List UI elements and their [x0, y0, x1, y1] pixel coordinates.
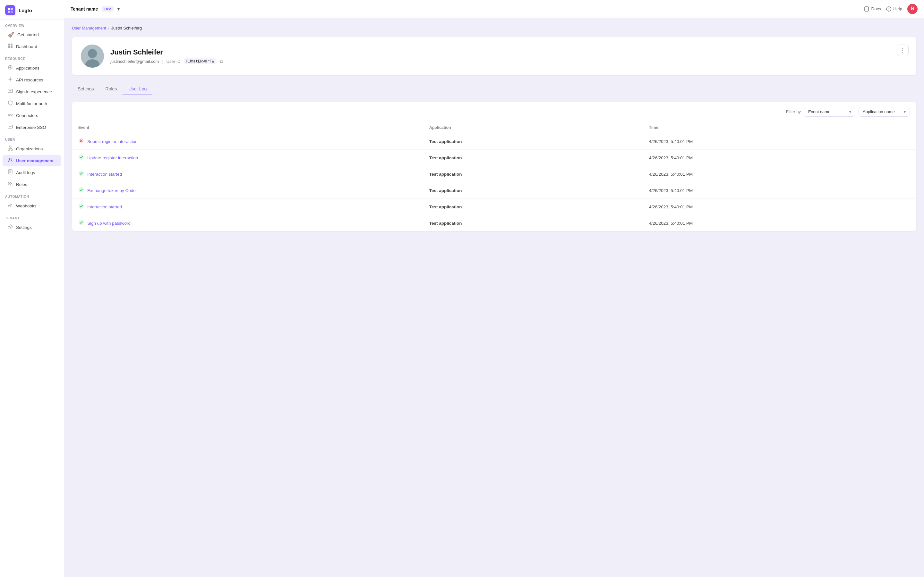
table-row: Update register interactionTest applicat…: [72, 150, 916, 166]
app-filter-chevron: ▾: [904, 110, 906, 114]
svg-rect-0: [8, 8, 10, 10]
time-cell: 4/26/2023, 5:40:01 PM: [643, 215, 916, 231]
event-link[interactable]: Update register interaction: [87, 155, 138, 160]
event-cell: Update register interaction: [72, 150, 423, 166]
svg-rect-5: [11, 44, 13, 45]
organizations-icon: [8, 145, 13, 152]
application-name-filter[interactable]: Application name ▾: [859, 107, 910, 117]
svg-point-31: [79, 187, 84, 192]
tenant-dropdown-btn[interactable]: ▾: [118, 6, 120, 11]
applications-icon: [8, 65, 13, 71]
help-button[interactable]: Help: [886, 6, 902, 11]
svg-point-26: [88, 49, 97, 58]
svg-point-19: [9, 182, 10, 184]
tenant-name: Tenant name: [71, 6, 98, 11]
svg-point-21: [10, 226, 11, 227]
page-content: User Management / Justin Schleiferg Just…: [64, 18, 924, 577]
sidebar-item-applications[interactable]: Applications: [3, 62, 61, 74]
user-avatar-btn[interactable]: Й: [907, 4, 918, 14]
sidebar-item-mfa[interactable]: Multi-factor auth: [3, 98, 61, 109]
sidebar-item-roles[interactable]: Roles: [3, 179, 61, 190]
sidebar-item-webhooks[interactable]: Webhooks: [3, 200, 61, 211]
user-info: Justin Schleifer justinschleifer@gmail.c…: [110, 48, 907, 64]
section-overview-label: OVERVIEW: [0, 19, 64, 29]
user-id-label: User ID: [166, 59, 181, 64]
settings-icon: [8, 224, 13, 230]
help-icon: [886, 6, 891, 11]
docs-button[interactable]: Docs: [864, 6, 881, 11]
time-cell: 4/26/2023, 5:40:01 PM: [643, 133, 916, 150]
event-link[interactable]: Submit register interaction: [87, 139, 137, 144]
sidebar-item-audit-logs[interactable]: Audit logs: [3, 167, 61, 178]
tab-settings[interactable]: Settings: [72, 83, 100, 95]
tab-roles[interactable]: Roles: [100, 83, 123, 95]
meta-divider: |: [162, 59, 163, 64]
sidebar-item-label: Dashboard: [16, 44, 37, 49]
sidebar-item-api-resources[interactable]: API resources: [3, 74, 61, 85]
application-cell: Test application: [423, 133, 643, 150]
application-cell: Test application: [423, 150, 643, 166]
section-overview: OVERVIEW 🚀 Get started Dashboard: [0, 19, 64, 53]
sidebar-item-dashboard[interactable]: Dashboard: [3, 41, 61, 52]
sidebar-item-sign-in-experience[interactable]: Sign-in experience: [3, 86, 61, 97]
sidebar-item-connectors[interactable]: Connectors: [3, 110, 61, 121]
svg-point-9: [10, 79, 11, 80]
topbar: Tenant name Dev ▾ Docs Help Й: [64, 0, 924, 18]
application-cell: Test application: [423, 199, 643, 215]
event-link[interactable]: Interaction started: [87, 205, 122, 210]
time-cell: 4/26/2023, 5:40:01 PM: [643, 199, 916, 215]
log-table: Event Application Time Submit register i…: [72, 122, 916, 231]
tenant-env-badge: Dev: [102, 6, 113, 11]
success-icon: [78, 171, 84, 177]
filter-bar: Filter by Event name ▾ Application name …: [72, 102, 916, 122]
event-link[interactable]: Sign up with password: [87, 221, 131, 226]
application-name-filter-label: Application name: [863, 109, 895, 114]
event-link[interactable]: Exchange token by Code: [87, 188, 136, 193]
breadcrumb-parent-link[interactable]: User Management: [72, 26, 106, 31]
section-tenant-label: TENANT: [0, 212, 64, 221]
section-automation: AUTOMATION Webhooks: [0, 190, 64, 212]
mfa-icon: [8, 100, 13, 107]
success-icon: [78, 154, 84, 161]
tab-user-log[interactable]: User Log: [123, 83, 152, 95]
sidebar-item-settings[interactable]: Settings: [3, 221, 61, 233]
sidebar-item-label: Connectors: [16, 113, 38, 118]
breadcrumb: User Management / Justin Schleiferg: [72, 26, 916, 31]
svg-rect-4: [8, 44, 10, 45]
table-row: Submit register interactionTest applicat…: [72, 133, 916, 150]
sidebar-item-label: Organizations: [16, 147, 43, 151]
main-content: Tenant name Dev ▾ Docs Help Й User Manag…: [64, 0, 924, 577]
svg-point-29: [79, 155, 84, 160]
time-cell: 4/26/2023, 5:40:01 PM: [643, 150, 916, 166]
user-name: Justin Schleifer: [110, 48, 907, 56]
section-resource-label: RESOURCE: [0, 53, 64, 62]
enterprise-sso-icon: [8, 124, 13, 131]
event-cell: Interaction started: [72, 199, 423, 215]
more-options-button[interactable]: ⋮: [897, 45, 909, 56]
event-name-filter[interactable]: Event name ▾: [804, 107, 855, 117]
event-link[interactable]: Interaction started: [87, 172, 122, 177]
section-user: USER Organizations User management Audit…: [0, 133, 64, 190]
copy-user-id-button[interactable]: ⧉: [220, 59, 223, 64]
sidebar-item-organizations[interactable]: Organizations: [3, 143, 61, 155]
logo-icon: [5, 5, 15, 15]
user-detail-panel: Settings Roles User Log Filter by Event …: [72, 83, 916, 231]
docs-icon: [864, 6, 869, 11]
user-management-icon: [8, 157, 13, 164]
svg-rect-6: [8, 46, 10, 48]
sidebar-item-enterprise-sso[interactable]: Enterprise SSO: [3, 121, 61, 133]
logo-area: Logto: [0, 0, 64, 19]
svg-rect-1: [11, 8, 13, 10]
user-email: justinschleifer@gmail.com: [110, 59, 159, 64]
col-application: Application: [423, 122, 643, 133]
filter-by-label: Filter by: [786, 109, 801, 114]
sign-in-icon: [8, 89, 13, 95]
sidebar-item-get-started[interactable]: 🚀 Get started: [3, 29, 61, 40]
sidebar-item-user-management[interactable]: User management: [3, 155, 61, 166]
sidebar-item-label: Multi-factor auth: [16, 101, 47, 106]
logo-text: Logto: [19, 8, 32, 13]
webhooks-icon: [8, 203, 13, 209]
section-user-label: USER: [0, 133, 64, 143]
sidebar-item-label: Get started: [17, 32, 39, 37]
event-cell: Exchange token by Code: [72, 182, 423, 199]
